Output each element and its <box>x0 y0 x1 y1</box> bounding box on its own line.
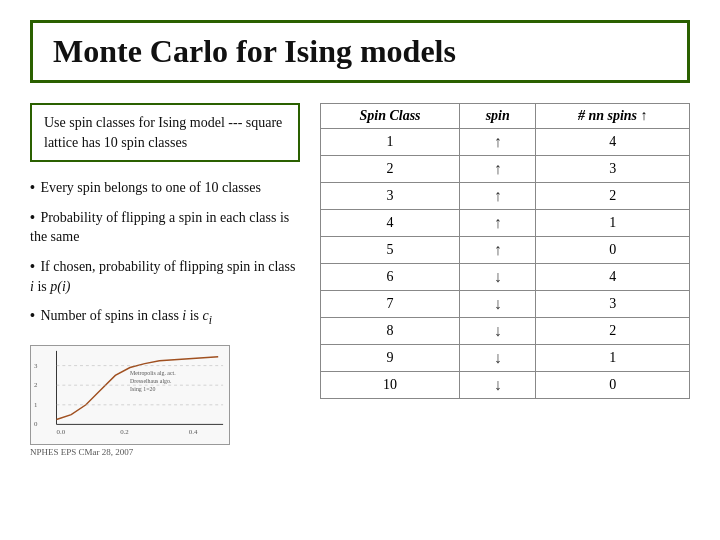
cell-spin-class: 4 <box>321 210 460 237</box>
cell-spin-class: 8 <box>321 318 460 345</box>
arrow-up-icon: ↑ <box>494 133 502 150</box>
intro-text: Use spin classes for Ising model --- squ… <box>44 115 282 150</box>
slide: Monte Carlo for Ising models Use spin cl… <box>0 0 720 540</box>
cell-spin: ↑ <box>460 183 536 210</box>
cell-spin-class: 6 <box>321 264 460 291</box>
arrow-down-icon: ↓ <box>494 268 502 285</box>
content-row: Use spin classes for Ising model --- squ… <box>30 103 690 520</box>
bullet-3: If chosen, probability of flipping spin … <box>30 257 300 296</box>
cell-spin: ↓ <box>460 318 536 345</box>
cell-spin-class: 10 <box>321 372 460 399</box>
cell-spin-class: 5 <box>321 237 460 264</box>
left-column: Use spin classes for Ising model --- squ… <box>30 103 300 520</box>
table-row: 8↓2 <box>321 318 690 345</box>
cell-nn-spins: 2 <box>536 318 690 345</box>
right-column: Spin Class spin # nn spins ↑ 1↑42↑33↑24↑… <box>320 103 690 520</box>
title-box: Monte Carlo for Ising models <box>30 20 690 83</box>
cell-nn-spins: 1 <box>536 210 690 237</box>
table-row: 6↓4 <box>321 264 690 291</box>
bullet-1: Every spin belongs to one of 10 classes <box>30 178 300 198</box>
chart-caption: NPHES EPS CMar 28, 2007 <box>30 447 300 457</box>
cell-spin-class: 9 <box>321 345 460 372</box>
cell-spin: ↓ <box>460 264 536 291</box>
arrow-up-icon: ↑ <box>494 214 502 231</box>
svg-text:1: 1 <box>34 401 38 408</box>
arrow-down-icon: ↓ <box>494 295 502 312</box>
cell-nn-spins: 2 <box>536 183 690 210</box>
arrow-up-icon: ↑ <box>494 160 502 177</box>
table-header-row: Spin Class spin # nn spins ↑ <box>321 104 690 129</box>
table-row: 2↑3 <box>321 156 690 183</box>
svg-text:Metropolis alg. act.: Metropolis alg. act. <box>130 371 176 377</box>
spin-table: Spin Class spin # nn spins ↑ 1↑42↑33↑24↑… <box>320 103 690 399</box>
table-row: 5↑0 <box>321 237 690 264</box>
cell-spin-class: 7 <box>321 291 460 318</box>
cell-nn-spins: 4 <box>536 129 690 156</box>
arrow-down-icon: ↓ <box>494 349 502 366</box>
col-header-spin: spin <box>460 104 536 129</box>
cell-spin-class: 3 <box>321 183 460 210</box>
cell-nn-spins: 0 <box>536 372 690 399</box>
svg-text:2: 2 <box>34 381 38 388</box>
svg-text:Ising 1=20: Ising 1=20 <box>130 386 155 392</box>
bullet-4: Number of spins in class i is ci <box>30 306 300 329</box>
intro-box: Use spin classes for Ising model --- squ… <box>30 103 300 162</box>
cell-spin: ↓ <box>460 291 536 318</box>
bullet-list: Every spin belongs to one of 10 classes … <box>30 178 300 329</box>
chart-svg: 0 1 2 3 0.0 0.2 0.4 Metropolis alg. act.… <box>31 346 229 444</box>
svg-text:0: 0 <box>34 421 38 428</box>
cell-spin: ↑ <box>460 210 536 237</box>
cell-nn-spins: 3 <box>536 156 690 183</box>
col-header-spin-class: Spin Class <box>321 104 460 129</box>
cell-spin: ↓ <box>460 345 536 372</box>
arrow-down-icon: ↓ <box>494 322 502 339</box>
arrow-down-icon: ↓ <box>494 376 502 393</box>
cell-nn-spins: 3 <box>536 291 690 318</box>
cell-nn-spins: 1 <box>536 345 690 372</box>
cell-spin-class: 1 <box>321 129 460 156</box>
svg-text:0.2: 0.2 <box>120 428 129 435</box>
arrow-up-icon: ↑ <box>494 187 502 204</box>
cell-spin: ↑ <box>460 237 536 264</box>
table-row: 7↓3 <box>321 291 690 318</box>
col-header-nn: # nn spins ↑ <box>536 104 690 129</box>
svg-text:0.4: 0.4 <box>189 428 198 435</box>
svg-text:0.0: 0.0 <box>57 428 66 435</box>
slide-title: Monte Carlo for Ising models <box>53 33 456 69</box>
cell-spin: ↑ <box>460 156 536 183</box>
bullet-2: Probability of flipping a spin in each c… <box>30 208 300 247</box>
table-row: 10↓0 <box>321 372 690 399</box>
svg-text:Dresselhaus algo.: Dresselhaus algo. <box>130 379 172 385</box>
cell-spin: ↑ <box>460 129 536 156</box>
arrow-up-icon: ↑ <box>494 241 502 258</box>
table-row: 1↑4 <box>321 129 690 156</box>
cell-nn-spins: 0 <box>536 237 690 264</box>
table-row: 3↑2 <box>321 183 690 210</box>
table-row: 9↓1 <box>321 345 690 372</box>
table-row: 4↑1 <box>321 210 690 237</box>
cell-spin: ↓ <box>460 372 536 399</box>
cell-nn-spins: 4 <box>536 264 690 291</box>
chart-area: 0 1 2 3 0.0 0.2 0.4 Metropolis alg. act.… <box>30 345 230 445</box>
cell-spin-class: 2 <box>321 156 460 183</box>
svg-text:3: 3 <box>34 362 38 369</box>
